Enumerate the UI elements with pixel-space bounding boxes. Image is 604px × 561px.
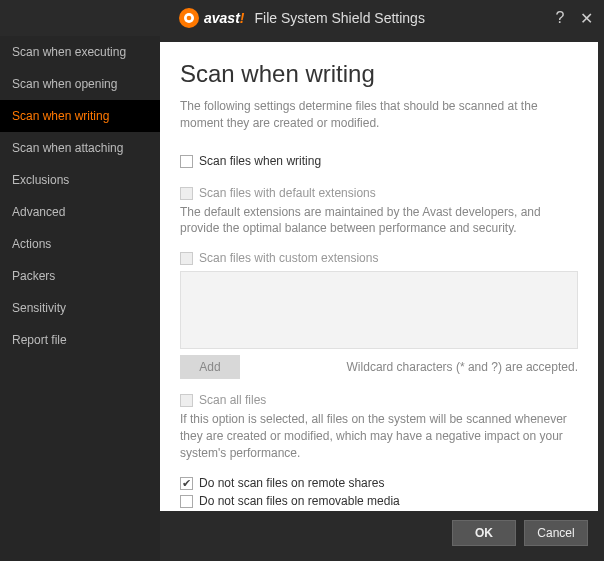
custom-extensions-row: Add Wildcard characters (* and ?) are ac… — [180, 355, 578, 379]
window-body: Scan when executing Scan when opening Sc… — [0, 36, 604, 561]
sidebar-item-label: Scan when attaching — [12, 141, 123, 155]
option-scan-all-files: Scan all files — [180, 393, 578, 407]
svg-point-2 — [187, 16, 192, 21]
sidebar-item-label: Advanced — [12, 205, 65, 219]
content-panel: Scan when writing The following settings… — [160, 42, 598, 511]
option-no-remote-shares[interactable]: ✔ Do not scan files on remote shares — [180, 476, 578, 490]
sidebar-item-scan-executing[interactable]: Scan when executing — [0, 36, 160, 68]
custom-extensions-list — [180, 271, 578, 349]
option-scan-files-when-writing[interactable]: Scan files when writing — [180, 154, 578, 168]
help-button[interactable]: ? — [550, 8, 570, 28]
option-no-removable-media[interactable]: Do not scan files on removable media — [180, 494, 578, 508]
option-label: Do not scan files on remote shares — [199, 476, 384, 490]
brand-name: avast — [204, 10, 240, 26]
option-scan-default-extensions: Scan files with default extensions — [180, 186, 578, 200]
cancel-button[interactable]: Cancel — [524, 520, 588, 546]
page-description: The following settings determine files t… — [180, 98, 578, 132]
sidebar-item-label: Actions — [12, 237, 51, 251]
checkbox-icon — [180, 394, 193, 407]
sidebar-item-label: Scan when writing — [12, 109, 109, 123]
sidebar-item-packers[interactable]: Packers — [0, 260, 160, 292]
option-label: Scan files with default extensions — [199, 186, 376, 200]
sidebar-item-scan-attaching[interactable]: Scan when attaching — [0, 132, 160, 164]
titlebar: avast! File System Shield Settings ? ✕ — [0, 0, 604, 36]
option-label: Scan files with custom extensions — [199, 251, 378, 265]
checkbox-icon[interactable] — [180, 155, 193, 168]
checkbox-icon[interactable]: ✔ — [180, 477, 193, 490]
sidebar-item-label: Scan when executing — [12, 45, 126, 59]
content-outer: Scan when writing The following settings… — [160, 36, 604, 561]
sidebar-item-label: Report file — [12, 333, 67, 347]
dialog-footer: OK Cancel — [160, 511, 598, 555]
sidebar-item-label: Exclusions — [12, 173, 69, 187]
ok-button[interactable]: OK — [452, 520, 516, 546]
sidebar: Scan when executing Scan when opening Sc… — [0, 36, 160, 561]
option-scan-all-description: If this option is selected, all files on… — [180, 411, 578, 461]
sidebar-item-report-file[interactable]: Report file — [0, 324, 160, 356]
sidebar-item-scan-opening[interactable]: Scan when opening — [0, 68, 160, 100]
sidebar-item-scan-writing[interactable]: Scan when writing — [0, 100, 160, 132]
option-label: Do not scan files on removable media — [199, 494, 400, 508]
settings-window: avast! File System Shield Settings ? ✕ S… — [0, 0, 604, 561]
option-scan-custom-extensions: Scan files with custom extensions — [180, 251, 578, 265]
checkbox-icon — [180, 187, 193, 200]
add-extension-button: Add — [180, 355, 240, 379]
wildcard-note: Wildcard characters (* and ?) are accept… — [347, 360, 578, 374]
avast-logo-icon — [178, 7, 200, 29]
checkbox-icon — [180, 252, 193, 265]
option-default-ext-description: The default extensions are maintained by… — [180, 204, 578, 238]
sidebar-item-actions[interactable]: Actions — [0, 228, 160, 260]
sidebar-item-label: Scan when opening — [12, 77, 117, 91]
option-label: Scan files when writing — [199, 154, 321, 168]
sidebar-item-advanced[interactable]: Advanced — [0, 196, 160, 228]
sidebar-item-exclusions[interactable]: Exclusions — [0, 164, 160, 196]
sidebar-item-label: Packers — [12, 269, 55, 283]
window-title: File System Shield Settings — [254, 10, 424, 26]
close-button[interactable]: ✕ — [576, 8, 596, 28]
checkbox-icon[interactable] — [180, 495, 193, 508]
option-label: Scan all files — [199, 393, 266, 407]
page-title: Scan when writing — [180, 60, 578, 88]
brand-excl: ! — [240, 10, 245, 26]
app-logo: avast! — [178, 7, 244, 29]
sidebar-item-label: Sensitivity — [12, 301, 66, 315]
sidebar-item-sensitivity[interactable]: Sensitivity — [0, 292, 160, 324]
